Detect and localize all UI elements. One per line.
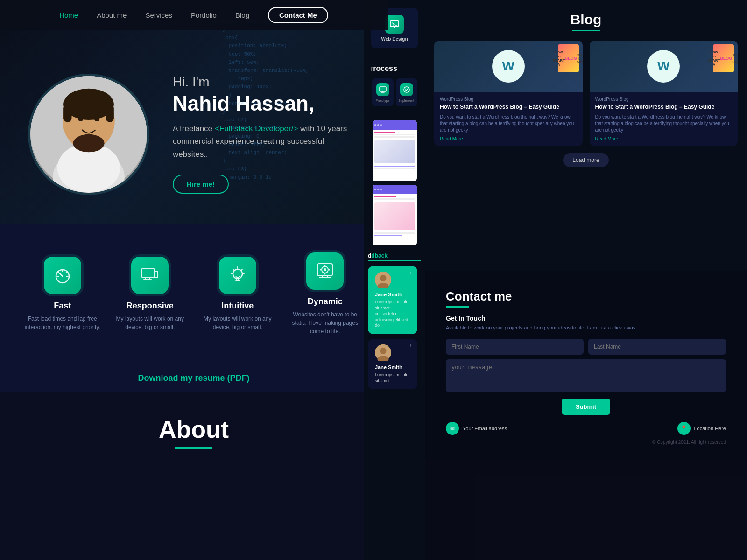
- hire-button[interactable]: Hire me!: [173, 175, 229, 194]
- prototype-icon: [376, 83, 389, 96]
- svg-rect-11: [142, 268, 154, 278]
- feature-intuitive: Intuitive My layouts will work on any de…: [198, 257, 277, 331]
- testimonial-avatar-1: [375, 272, 391, 288]
- nav-contact-button[interactable]: Contact Me: [268, 7, 328, 23]
- process-icons: Prototype Implement: [366, 78, 423, 106]
- svg-point-15: [322, 266, 328, 273]
- web-design-icon: [385, 15, 404, 34]
- contact-email-item: ✉ Your Email address: [446, 422, 507, 435]
- dynamic-icon: [306, 252, 344, 290]
- hero-name: Nahid Hassan,: [173, 92, 350, 115]
- blog-text-2: Do you want to start a WordPress blog th…: [595, 114, 733, 133]
- feature-fast: Fast Fast load times and lag free intera…: [23, 257, 102, 331]
- web-design-label: Web Design: [381, 36, 408, 42]
- location-label: Location Here: [694, 426, 726, 431]
- email-label: Your Email address: [463, 426, 507, 431]
- scrolled-content: Blog W How toSTART ABLOGStep by Step Wor…: [425, 0, 747, 560]
- svg-point-28: [380, 348, 387, 354]
- contact-subtitle: Get In Touch: [446, 315, 726, 322]
- thumb-header-2: [373, 185, 417, 194]
- email-icon: ✉: [446, 422, 459, 435]
- svg-point-17: [324, 265, 326, 266]
- intuitive-desc: My layouts will work on any device, big …: [198, 315, 277, 331]
- navbar: Home About me Services Portfolio Blog Co…: [0, 0, 388, 30]
- contact-lastname[interactable]: [588, 339, 726, 355]
- blog-card-1: W How toSTART ABLOGStep by Step WordPres…: [434, 41, 583, 146]
- testimonial-text-2: Lorem ipsum dolor sit amet: [375, 372, 410, 384]
- portfolio-thumb-2: [373, 185, 417, 245]
- blog-underline: [572, 30, 600, 31]
- testimonial-card-2: " Jane Smith Lorem ipsum dolor sit amet: [368, 339, 417, 389]
- contact-underline: [446, 306, 469, 308]
- location-icon: 📍: [677, 422, 691, 435]
- svg-point-9: [94, 116, 100, 121]
- resume-download-link[interactable]: Download my resume (PDF): [138, 373, 249, 383]
- contact-section: Contact me Get In Touch Available to wor…: [434, 280, 738, 454]
- blog-readmore-1[interactable]: Read More: [440, 136, 577, 141]
- testimonial-avatar-2: [375, 344, 391, 361]
- svg-rect-6: [106, 104, 114, 122]
- svg-point-10: [56, 270, 69, 283]
- testimonial-text-1: Lorem ipsum dolor sit amet consectetur a…: [375, 299, 410, 329]
- hero-description: A freelance <Full stack Developer/> with…: [173, 122, 350, 161]
- portfolio-thumbnails: [364, 120, 425, 245]
- nav-about[interactable]: About me: [97, 11, 127, 19]
- quote-mark-2: ": [408, 343, 412, 353]
- contact-location-item: 📍 Location Here: [677, 422, 726, 435]
- about-section: About: [0, 392, 388, 560]
- testimonial-name-1: Jane Smith: [375, 292, 410, 297]
- contact-firstname[interactable]: [446, 339, 584, 355]
- thumb-header-1: [373, 120, 417, 130]
- intuitive-icon: [219, 257, 256, 294]
- nav-services[interactable]: Services: [145, 11, 172, 19]
- hero-text: Hi. I'm Nahid Hassan, A freelance <Full …: [173, 75, 350, 194]
- process-implement: Implement: [396, 78, 417, 106]
- blog-section-title: Blog: [434, 12, 738, 28]
- dynamic-title: Dynamic: [308, 297, 343, 307]
- load-more-button[interactable]: Load more: [563, 153, 608, 167]
- svg-point-16: [324, 268, 326, 271]
- svg-point-13: [233, 269, 242, 279]
- nav-blog[interactable]: Blog: [235, 11, 249, 19]
- contact-message[interactable]: [446, 359, 726, 392]
- blog-card-2: W How toSTART ABLOGStep by Step WordPres…: [590, 41, 738, 146]
- fast-desc: Fast load times and lag free interaction…: [23, 315, 102, 331]
- blog-tag-1: WordPress Blog: [440, 97, 577, 102]
- fast-title: Fast: [54, 301, 71, 311]
- responsive-desc: My layouts will work on any device, big …: [110, 315, 190, 331]
- contact-area: Contact me Get In Touch Available to wor…: [425, 271, 747, 459]
- svg-point-19: [320, 269, 322, 271]
- feedback-overlay: ddback " Jane Smith Lorem ipsum dolor si…: [364, 252, 425, 389]
- blog-text-1: Do you want to start a WordPress blog th…: [440, 114, 577, 133]
- blog-card-2-image: W How toSTART ABLOGStep by Step: [590, 41, 738, 92]
- svg-point-20: [329, 269, 330, 271]
- submit-button[interactable]: Submit: [562, 399, 610, 415]
- copyright-text: © Copyright 2021. All right reserved: [446, 440, 726, 445]
- svg-rect-14: [317, 264, 332, 276]
- svg-point-8: [78, 116, 84, 121]
- about-title: About: [159, 415, 229, 443]
- nav-portfolio[interactable]: Portfolio: [191, 11, 217, 19]
- feedback-title-overlay: ddback: [368, 252, 421, 261]
- svg-point-7: [73, 134, 104, 152]
- main-panel: Home About me Services Portfolio Blog Co…: [0, 0, 388, 560]
- nav-home[interactable]: Home: [59, 11, 78, 19]
- blog-area: Blog W How toSTART ABLOGStep by Step Wor…: [425, 0, 747, 271]
- feature-responsive: Responsive My layouts will work on any d…: [110, 257, 190, 331]
- hero-role-highlight: <Full stack Developer/>: [215, 124, 298, 133]
- blog-readmore-2[interactable]: Read More: [595, 136, 733, 141]
- process-section: rrocess Prototype: [364, 62, 425, 109]
- contact-desc: Available to work on your projects and b…: [446, 324, 726, 332]
- blog-card-1-image: W How toSTART ABLOGStep by Step: [434, 41, 583, 92]
- responsive-title: Responsive: [127, 301, 174, 311]
- svg-rect-22: [380, 87, 386, 91]
- blog-card-1-body: WordPress Blog How to Start a WordPress …: [434, 92, 583, 146]
- prototype-label: Prototype: [376, 99, 390, 102]
- blog-title-2: How to Start a WordPress Blog – Easy Gui…: [595, 104, 733, 111]
- portfolio-thumb-1: [373, 120, 417, 181]
- svg-rect-5: [63, 104, 71, 122]
- process-title: rrocess: [366, 64, 423, 73]
- fast-icon: [44, 257, 81, 294]
- svg-rect-12: [154, 271, 158, 278]
- about-underline: [175, 447, 212, 449]
